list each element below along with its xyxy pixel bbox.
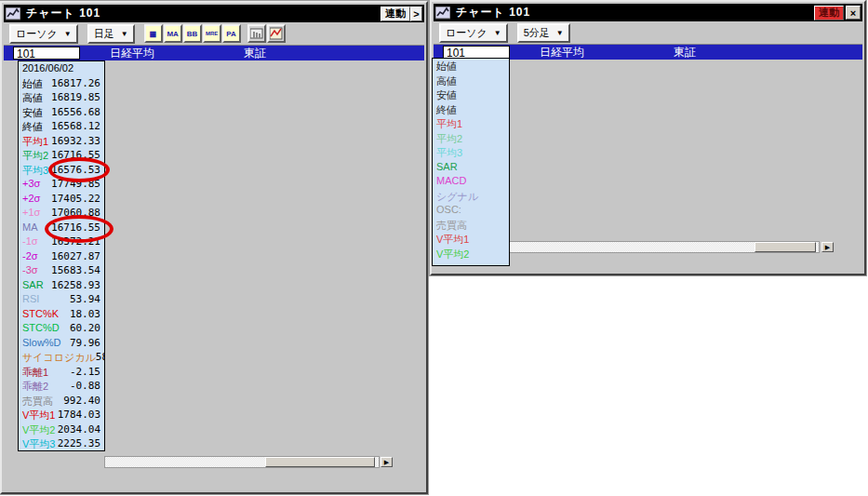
indicator-label: 乖離1 [22,366,48,380]
indicator-value: 58.33 [96,351,104,365]
indicator-row: 売買高992.40 [19,394,104,409]
indicator-value: 16556.68 [51,106,100,120]
indicator-label: 平均1 [22,135,48,149]
indicator-row: MACD [433,174,509,189]
indicator-label: 終値 [22,120,43,134]
indicator-label: OSC: [436,204,461,218]
indicator-row: 安値 [433,87,509,102]
indicator-label: STC%D [22,322,60,336]
indicator-label: SAR [436,161,458,175]
indicator-label: 高値 [22,91,43,105]
indicator-row: STC%D60.20 [19,321,104,336]
indicator-value: 18.03 [70,308,100,322]
indicator-label: 始値 [436,60,457,74]
indicator-row: 終値16568.12 [19,119,104,134]
indicator-value: 2034.04 [58,423,100,437]
indicator-label: 安値 [436,88,457,102]
indicator-row: シグナル [433,189,509,204]
indicator-row: 終値 [433,102,509,117]
indicator-row: サイコロジカル58.33 [19,350,104,365]
indicator-label: 平均2 [22,149,48,163]
indicator-label-panel: 始値高値安値終値平均1平均2平均3SARMACDシグナルOSC:売買高V平均1V… [432,58,510,266]
indicator-value: 992.40 [63,395,100,409]
scrollbar-thumb[interactable] [265,457,375,467]
annotation-circle-ma [45,215,114,243]
indicator-label: +3σ [22,178,40,192]
indicator-label: シグナル [436,190,478,204]
indicator-label: V平均1 [436,233,469,247]
indicator-label: V平均1 [22,409,55,422]
indicator-value: 2225.35 [58,437,100,451]
indicator-row: 高値16819.85 [19,90,104,105]
indicator-row: +2σ17405.22 [19,192,104,207]
indicator-label: SAR [22,279,44,293]
indicator-row: 平均116932.33 [19,134,104,149]
indicator-row: V平均11784.03 [19,408,104,422]
indicator-label: 売買高 [436,219,467,233]
indicator-value: 1784.03 [58,409,100,422]
indicator-row: 始値16817.26 [19,76,104,91]
indicator-label: 乖離2 [22,380,48,394]
indicator-value-panel: 2016/06/02 始値16817.26高値16819.85安値16556.6… [18,60,105,451]
indicator-value: 16932.33 [51,135,100,149]
indicator-row: 始値 [433,59,509,74]
indicator-row: SAR16258.93 [19,278,104,293]
indicator-value: -0.88 [70,380,100,394]
indicator-label: STC%K [22,308,59,322]
indicator-row: V平均1 [433,232,509,247]
indicator-row: -3σ15683.54 [19,263,104,278]
chart-window-daily: チャート 101 連動 > ローソク▼ 日足▼ ▦MABBMREPA 101 日… [0,1,428,494]
indicator-value: 53.94 [70,293,100,307]
indicator-label: 売買高 [22,395,53,409]
indicator-row: 乖離2-0.88 [19,379,104,394]
indicator-label: 平均2 [436,132,462,146]
indicator-label: MACD [436,175,466,189]
indicator-row: SAR [433,160,509,175]
indicator-label: V平均3 [22,437,55,451]
indicator-label: 平均1 [436,117,462,131]
indicator-row: -2σ16027.87 [19,249,104,264]
indicator-label: -1σ [22,235,38,249]
indicator-label: V平均2 [436,248,469,261]
indicator-value: 17405.22 [51,193,100,207]
indicator-label: +2σ [22,193,40,207]
indicator-label: 始値 [22,77,43,91]
indicator-value: -2.15 [70,366,100,380]
indicator-value: 16819.85 [51,91,100,105]
indicator-row: 安値16556.68 [19,105,104,120]
indicator-label: +1σ [22,207,40,221]
scrollbar-thumb[interactable] [754,242,816,252]
indicator-row: RSI53.94 [19,292,104,307]
indicator-label: 平均3 [436,146,462,160]
indicator-row: 平均3 [433,145,509,160]
indicator-value: 16817.26 [51,77,100,91]
indicator-label: 高値 [436,74,457,88]
annotation-circle-heikin3 [48,157,110,182]
indicator-label: -2σ [22,250,38,264]
indicator-row: 平均1 [433,116,509,131]
horizontal-scrollbar[interactable] [104,456,380,468]
indicator-label: 安値 [22,106,43,120]
chart-window-5min: チャート 101 連動 × ローソク▼ 5分足▼ 101 日経平均 東証 始値高… [430,0,866,275]
indicator-value: 60.20 [70,322,100,336]
indicator-row: STC%K18.03 [19,307,104,322]
indicator-label: RSI [22,293,39,307]
indicator-value: 16027.87 [51,250,100,264]
indicator-label: MA [22,221,38,235]
indicator-label: 終値 [436,103,457,117]
indicator-value: 79.96 [70,337,100,351]
indicator-label: サイコロジカル [22,351,96,365]
indicator-label: Slow%D [22,337,61,351]
indicator-row: 乖離1-2.15 [19,365,104,380]
panel-date: 2016/06/02 [22,62,73,76]
indicator-value: 16258.93 [51,279,100,293]
indicator-value: 16568.12 [51,120,100,134]
indicator-label: V平均2 [22,423,55,437]
indicator-row: V平均32225.35 [19,436,104,451]
indicator-row: 平均2 [433,131,509,146]
indicator-row: Slow%D79.96 [19,336,104,351]
indicator-row: V平均2 [433,247,509,261]
indicator-row: V平均22034.04 [19,422,104,437]
indicator-label: 平均3 [22,164,48,178]
indicator-value: 15683.54 [51,264,100,278]
